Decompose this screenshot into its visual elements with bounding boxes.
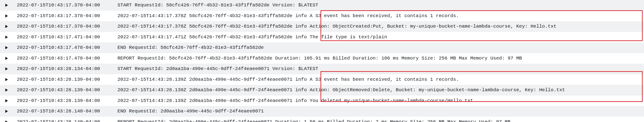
expand-icon[interactable] bbox=[5, 99, 16, 102]
log-timestamp: 2022-07-15T10:43:17.478-04:00 bbox=[16, 53, 117, 64]
expand-icon[interactable] bbox=[5, 78, 16, 81]
svg-marker-6 bbox=[5, 67, 8, 70]
expand-icon[interactable] bbox=[5, 88, 16, 92]
svg-marker-4 bbox=[5, 46, 8, 49]
svg-marker-9 bbox=[5, 99, 8, 102]
log-message: REPORT RequestId: 2d0aa1ba-499e-445c-9df… bbox=[117, 117, 644, 122]
expand-icon[interactable] bbox=[5, 67, 16, 70]
log-message: 2022-07-15T14:43:17.378Z 58cfc426-76ff-4… bbox=[117, 21, 644, 32]
svg-marker-8 bbox=[5, 88, 8, 92]
log-row[interactable]: 2022-07-15T10:43:28.140-04:00 REPORT Req… bbox=[0, 117, 644, 122]
expand-icon[interactable] bbox=[5, 57, 16, 60]
svg-marker-7 bbox=[5, 78, 8, 81]
log-row[interactable]: 2022-07-15T10:43:17.370-04:00 START Requ… bbox=[0, 0, 644, 11]
log-message: 2022-07-15T14:43:28.139Z 2d0aa1ba-499e-4… bbox=[117, 95, 644, 106]
log-message: 2022-07-15T14:43:17.378Z 58cfc426-76ff-4… bbox=[117, 11, 644, 22]
log-message: START RequestId: 2d0aa1ba-499e-445c-9dff… bbox=[117, 64, 644, 74]
log-row[interactable]: 2022-07-15T10:43:28.139-04:00 2022-07-15… bbox=[0, 74, 644, 85]
svg-marker-0 bbox=[5, 4, 8, 7]
log-row[interactable]: 2022-07-15T10:43:28.134-04:00 START Requ… bbox=[0, 64, 644, 74]
expand-icon[interactable] bbox=[5, 25, 16, 28]
expand-icon[interactable] bbox=[5, 110, 16, 113]
log-message: END RequestId: 58cfc426-76ff-4b32-81e3-4… bbox=[117, 42, 644, 53]
log-row[interactable]: 2022-07-15T10:43:17.378-04:00 2022-07-15… bbox=[0, 21, 644, 32]
log-timestamp: 2022-07-15T10:43:28.134-04:00 bbox=[16, 64, 117, 74]
log-timestamp: 2022-07-15T10:43:28.139-04:00 bbox=[16, 85, 117, 95]
log-timestamp: 2022-07-15T10:43:17.471-04:00 bbox=[16, 32, 117, 43]
log-timestamp: 2022-07-15T10:43:28.139-04:00 bbox=[16, 95, 117, 106]
log-timestamp: 2022-07-15T10:43:17.378-04:00 bbox=[16, 11, 117, 22]
log-timestamp: 2022-07-15T10:43:28.139-04:00 bbox=[16, 74, 117, 85]
svg-marker-5 bbox=[5, 57, 8, 60]
expand-icon[interactable] bbox=[5, 36, 16, 39]
expand-icon[interactable] bbox=[5, 4, 16, 7]
log-timestamp: 2022-07-15T10:43:17.370-04:00 bbox=[16, 0, 117, 11]
log-timestamp: 2022-07-15T10:43:17.378-04:00 bbox=[16, 21, 117, 32]
expand-icon[interactable] bbox=[5, 120, 16, 122]
svg-marker-10 bbox=[5, 110, 8, 113]
expand-icon[interactable] bbox=[5, 46, 16, 49]
log-row[interactable]: 2022-07-15T10:43:17.478-04:00 END Reques… bbox=[0, 42, 644, 53]
log-message: 2022-07-15T14:43:17.471Z 58cfc426-76ff-4… bbox=[117, 32, 644, 43]
expand-icon[interactable] bbox=[5, 14, 16, 18]
log-row[interactable]: 2022-07-15T10:43:17.471-04:00 2022-07-15… bbox=[0, 32, 644, 43]
log-events-panel: 2022-07-15T10:43:17.370-04:00 START Requ… bbox=[0, 0, 644, 122]
svg-marker-1 bbox=[5, 14, 8, 18]
svg-marker-3 bbox=[5, 36, 8, 39]
svg-marker-2 bbox=[5, 25, 8, 28]
log-row[interactable]: 2022-07-15T10:43:17.378-04:00 2022-07-15… bbox=[0, 11, 644, 22]
log-message: START RequestId: 58cfc426-76ff-4b32-81e3… bbox=[117, 0, 644, 11]
log-message: 2022-07-15T14:43:28.139Z 2d0aa1ba-499e-4… bbox=[117, 85, 644, 95]
log-row[interactable]: 2022-07-15T10:43:17.478-04:00 REPORT Req… bbox=[0, 53, 644, 64]
log-row[interactable]: 2022-07-15T10:43:28.139-04:00 2022-07-15… bbox=[0, 85, 644, 95]
log-row[interactable]: 2022-07-15T10:43:28.139-04:00 2022-07-15… bbox=[0, 95, 644, 106]
log-timestamp: 2022-07-15T10:43:17.478-04:00 bbox=[16, 42, 117, 53]
log-message: 2022-07-15T14:43:28.139Z 2d0aa1ba-499e-4… bbox=[117, 74, 644, 85]
log-timestamp: 2022-07-15T10:43:28.140-04:00 bbox=[16, 117, 117, 122]
svg-marker-11 bbox=[5, 120, 8, 122]
log-message: END RequestId: 2d0aa1ba-499e-445c-9dff-2… bbox=[117, 106, 644, 117]
log-message: REPORT RequestId: 58cfc426-76ff-4b32-81e… bbox=[117, 53, 644, 64]
log-row[interactable]: 2022-07-15T10:43:28.140-04:00 END Reques… bbox=[0, 106, 644, 117]
log-events-table: 2022-07-15T10:43:17.370-04:00 START Requ… bbox=[0, 0, 644, 122]
log-timestamp: 2022-07-15T10:43:28.140-04:00 bbox=[16, 106, 117, 117]
